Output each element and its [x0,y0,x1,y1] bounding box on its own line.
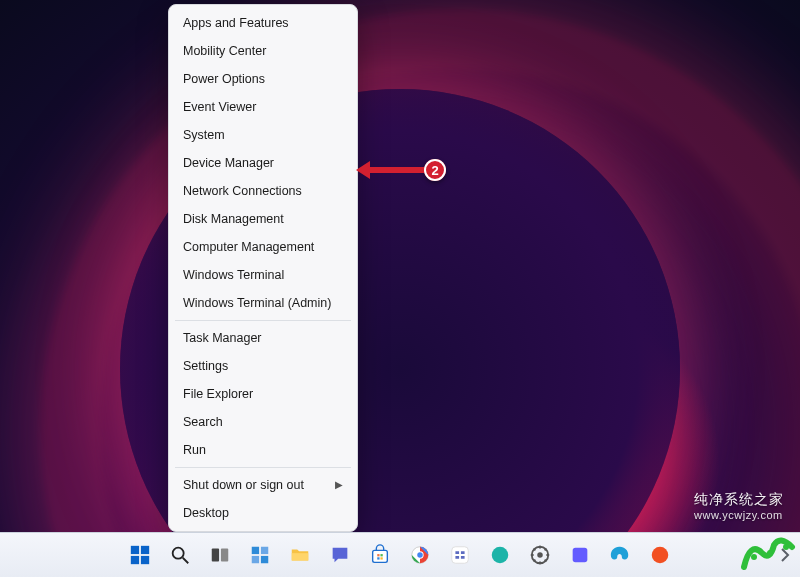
menu-item-search[interactable]: Search [169,408,357,436]
chevron-right-icon: ▶ [335,477,343,493]
menu-item-desktop[interactable]: Desktop [169,499,357,527]
desktop-wallpaper [0,0,800,577]
svg-rect-10 [252,556,259,563]
svg-rect-11 [261,556,268,563]
search-icon[interactable] [165,540,195,570]
menu-item-label: Event Viewer [183,99,256,115]
svg-point-29 [783,544,789,550]
pinned-app-icon[interactable] [605,540,635,570]
chat-icon[interactable] [325,540,355,570]
menu-separator [175,320,351,321]
start-button[interactable] [125,540,155,570]
menu-item-label: Run [183,442,206,458]
watermark-title: 纯净系统之家 [694,491,784,507]
menu-item-windows-terminal[interactable]: Windows Terminal [169,261,357,289]
menu-item-label: Power Options [183,71,265,87]
menu-item-file-explorer[interactable]: File Explorer [169,380,357,408]
taskbar-icons [125,540,675,570]
menu-item-label: Windows Terminal [183,267,284,283]
pinned-app-icon[interactable] [445,540,475,570]
svg-rect-1 [141,546,149,554]
menu-item-label: Settings [183,358,228,374]
menu-item-label: Network Connections [183,183,302,199]
menu-item-label: Search [183,414,223,430]
svg-point-22 [492,547,509,564]
file-explorer-icon[interactable] [285,540,315,570]
menu-item-label: Disk Management [183,211,284,227]
svg-rect-12 [292,553,309,560]
corner-logo [736,529,800,577]
pinned-app-icon[interactable] [485,540,515,570]
watermark-url: www.ycwjzy.com [694,509,784,521]
menu-item-label: Computer Management [183,239,314,255]
svg-point-28 [767,550,773,556]
widgets-icon[interactable] [245,540,275,570]
annotation-badge-2: 2 [424,159,446,181]
taskview-icon[interactable] [205,540,235,570]
menu-item-label: Shut down or sign out [183,477,304,493]
menu-item-disk-management[interactable]: Disk Management [169,205,357,233]
menu-item-computer-management[interactable]: Computer Management [169,233,357,261]
svg-rect-0 [131,546,139,554]
svg-rect-9 [261,547,268,554]
menu-item-mobility-center[interactable]: Mobility Center [169,37,357,65]
menu-item-run[interactable]: Run [169,436,357,464]
menu-separator [175,467,351,468]
svg-rect-25 [573,548,588,563]
menu-item-label: Device Manager [183,155,274,171]
svg-rect-8 [252,547,259,554]
menu-item-label: Apps and Features [183,15,289,31]
svg-rect-3 [141,556,149,564]
svg-line-5 [183,558,189,564]
menu-item-shutdown-signout[interactable]: Shut down or sign out ▶ [169,471,357,499]
menu-item-label: Desktop [183,505,229,521]
svg-point-27 [751,554,757,560]
svg-rect-13 [373,550,388,562]
menu-item-device-manager[interactable]: Device Manager [169,149,357,177]
store-icon[interactable] [365,540,395,570]
menu-item-label: Task Manager [183,330,262,346]
svg-point-26 [652,547,669,564]
pinned-app-icon[interactable] [565,540,595,570]
watermark: 纯净系统之家 www.ycwjzy.com [694,491,784,521]
menu-item-task-manager[interactable]: Task Manager [169,324,357,352]
menu-item-label: File Explorer [183,386,253,402]
svg-rect-2 [131,556,139,564]
svg-rect-21 [452,547,469,564]
menu-item-system[interactable]: System [169,121,357,149]
svg-rect-7 [221,549,228,562]
svg-rect-16 [377,557,379,559]
menu-item-network-connections[interactable]: Network Connections [169,177,357,205]
svg-rect-15 [380,554,382,556]
svg-rect-6 [212,549,219,562]
svg-rect-17 [380,557,382,559]
menu-item-label: Mobility Center [183,43,266,59]
menu-item-event-viewer[interactable]: Event Viewer [169,93,357,121]
annotation-number: 2 [431,163,438,178]
pinned-app-icon[interactable] [525,540,555,570]
annotation-arrow-2 [370,167,424,173]
svg-point-20 [417,552,423,558]
svg-rect-14 [377,554,379,556]
pinned-app-icon[interactable] [645,540,675,570]
menu-item-windows-terminal-admin[interactable]: Windows Terminal (Admin) [169,289,357,317]
menu-item-apps-features[interactable]: Apps and Features [169,9,357,37]
menu-item-label: System [183,127,225,143]
menu-item-settings[interactable]: Settings [169,352,357,380]
winx-context-menu: Apps and Features Mobility Center Power … [168,4,358,532]
taskbar [0,532,800,577]
menu-item-label: Windows Terminal (Admin) [183,295,331,311]
svg-point-4 [173,548,184,559]
menu-item-power-options[interactable]: Power Options [169,65,357,93]
svg-point-24 [537,552,543,558]
pinned-app-icon[interactable] [405,540,435,570]
